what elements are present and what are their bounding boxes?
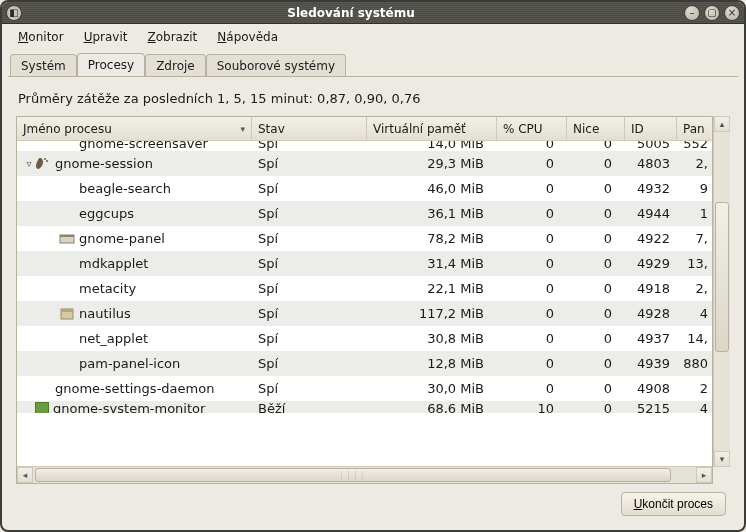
tab-procesy[interactable]: Procesy — [77, 53, 145, 76]
cell-id: 4908 — [625, 381, 677, 396]
window-title: Sledování systému — [22, 6, 680, 20]
table-row[interactable]: eggcupsSpí36,1 MiB0049441 — [17, 201, 712, 226]
col-id[interactable]: ID — [625, 117, 677, 140]
tab-zdroje[interactable]: Zdroje — [145, 54, 206, 77]
col-nice[interactable]: Nice — [567, 117, 625, 140]
cell-id: 5005 — [625, 141, 677, 151]
cell-id: 4944 — [625, 206, 677, 221]
cell-id: 4918 — [625, 281, 677, 296]
menu-upravit[interactable]: Upravit — [76, 26, 136, 48]
cell-vm: 29,3 MiB — [367, 156, 497, 171]
table-row[interactable]: metacitySpí22,1 MiB0049182, — [17, 276, 712, 301]
table-row[interactable]: gnome-settings-daemonSpí30,0 MiB0049082 — [17, 376, 712, 401]
scroll-up-icon[interactable]: ▴ — [714, 116, 730, 132]
cell-stav: Spí — [252, 231, 367, 246]
table-body[interactable]: gnome-screensaverSpí14,0 MiB005005552▿gn… — [17, 141, 712, 466]
col-vm[interactable]: Virtuální paměť — [367, 117, 497, 140]
cell-nice: 0 — [567, 381, 625, 396]
cell-pan: 1 — [677, 206, 711, 221]
cell-pan: 4 — [677, 401, 711, 413]
v-scroll-thumb[interactable] — [715, 202, 729, 352]
cell-nice: 0 — [567, 206, 625, 221]
svg-rect-5 — [61, 309, 73, 312]
cell-vm: 30,0 MiB — [367, 381, 497, 396]
cell-vm: 12,8 MiB — [367, 356, 497, 371]
tab-pane: Průměry zátěže za posledních 1, 5, 15 mi… — [8, 76, 738, 524]
cell-nice: 0 — [567, 331, 625, 346]
menu-zobrazit[interactable]: Zobrazit — [139, 26, 205, 48]
table-row[interactable]: mdkappletSpí31,4 MiB00492913, — [17, 251, 712, 276]
tabs: Systém Procesy Zdroje Souborové systémy — [2, 50, 744, 76]
table-row[interactable]: gnome-screensaverSpí14,0 MiB005005552 — [17, 141, 712, 151]
window-menu-icon[interactable]: ◧ — [6, 5, 22, 21]
close-button[interactable]: × — [724, 5, 740, 21]
table-row[interactable]: net_appletSpí30,8 MiB00493714, — [17, 326, 712, 351]
cell-id: 4928 — [625, 306, 677, 321]
cell-id: 4929 — [625, 256, 677, 271]
maximize-button[interactable]: ▢ — [704, 5, 720, 21]
cell-pan: 552 — [677, 141, 711, 151]
menubar: Monitor Upravit Zobrazit Nápověda — [2, 24, 744, 50]
process-name: nautilus — [79, 306, 131, 321]
footer: Ukončit proces — [16, 484, 730, 516]
cell-vm: 46,0 MiB — [367, 181, 497, 196]
cell-pan: 2, — [677, 281, 711, 296]
cell-nice: 0 — [567, 306, 625, 321]
cell-stav: Spí — [252, 256, 367, 271]
titlebar[interactable]: ◧ Sledování systému – ▢ × — [2, 2, 744, 24]
cell-pan: 880 — [677, 356, 711, 371]
table-row[interactable]: gnome-system-monitorBěží68,6 MiB10052154 — [17, 401, 712, 413]
scroll-right-icon[interactable]: ▸ — [696, 467, 712, 483]
scroll-down-icon[interactable]: ▾ — [714, 451, 730, 467]
tree-expander-icon[interactable]: ▿ — [23, 158, 35, 169]
cell-stav: Spí — [252, 356, 367, 371]
end-process-button[interactable]: Ukončit proces — [621, 492, 726, 516]
cell-cpu: 0 — [497, 281, 567, 296]
cell-nice: 0 — [567, 156, 625, 171]
cell-vm: 117,2 MiB — [367, 306, 497, 321]
cell-vm: 68,6 MiB — [367, 401, 497, 413]
table-row[interactable]: gnome-panelSpí78,2 MiB0049227, — [17, 226, 712, 251]
cell-pan: 13, — [677, 256, 711, 271]
v-scrollbar[interactable]: ▴ ▾ — [713, 116, 730, 467]
cell-cpu: 0 — [497, 141, 567, 151]
cell-cpu: 10 — [497, 401, 567, 413]
table-row[interactable]: beagle-searchSpí46,0 MiB0049329 — [17, 176, 712, 201]
load-averages-text: Průměry zátěže za posledních 1, 5, 15 mi… — [16, 87, 730, 116]
cell-vm: 14,0 MiB — [367, 141, 497, 151]
h-scrollbar[interactable]: ◂ ┆┆┆┆ ▸ — [17, 466, 712, 483]
cell-stav: Spí — [252, 181, 367, 196]
cell-stav: Spí — [252, 206, 367, 221]
menu-monitor[interactable]: Monitor — [10, 26, 72, 48]
cell-id: 4922 — [625, 231, 677, 246]
col-name[interactable]: Jméno procesu▾ — [17, 117, 252, 140]
cell-stav: Spí — [252, 331, 367, 346]
cell-vm: 78,2 MiB — [367, 231, 497, 246]
menu-napoveda[interactable]: Nápověda — [209, 26, 286, 48]
cell-stav: Spí — [252, 306, 367, 321]
tab-souborove[interactable]: Souborové systémy — [206, 54, 346, 77]
col-cpu[interactable]: % CPU — [497, 117, 567, 140]
h-scroll-thumb[interactable]: ┆┆┆┆ — [35, 468, 671, 482]
cell-cpu: 0 — [497, 156, 567, 171]
window: ◧ Sledování systému – ▢ × Monitor Upravi… — [0, 0, 746, 532]
cell-stav: Spí — [252, 156, 367, 171]
tab-system[interactable]: Systém — [10, 54, 77, 77]
cell-stav: Běží — [252, 401, 367, 413]
cell-stav: Spí — [252, 381, 367, 396]
col-stav[interactable]: Stav — [252, 117, 367, 140]
process-table: Jméno procesu▾ Stav Virtuální paměť % CP… — [16, 116, 713, 484]
table-row[interactable]: nautilusSpí117,2 MiB0049284 — [17, 301, 712, 326]
scroll-left-icon[interactable]: ◂ — [17, 467, 33, 483]
cell-cpu: 0 — [497, 181, 567, 196]
cell-vm: 31,4 MiB — [367, 256, 497, 271]
cell-stav: Spí — [252, 281, 367, 296]
table-row[interactable]: ▿gnome-sessionSpí29,3 MiB0048032, — [17, 151, 712, 176]
col-pan[interactable]: Pan — [677, 117, 711, 140]
table-row[interactable]: pam-panel-iconSpí12,8 MiB004939880 — [17, 351, 712, 376]
process-name: beagle-search — [79, 181, 171, 196]
cell-pan: 9 — [677, 181, 711, 196]
minimize-button[interactable]: – — [684, 5, 700, 21]
process-name: net_applet — [79, 331, 148, 346]
sort-indicator-icon: ▾ — [240, 124, 245, 134]
